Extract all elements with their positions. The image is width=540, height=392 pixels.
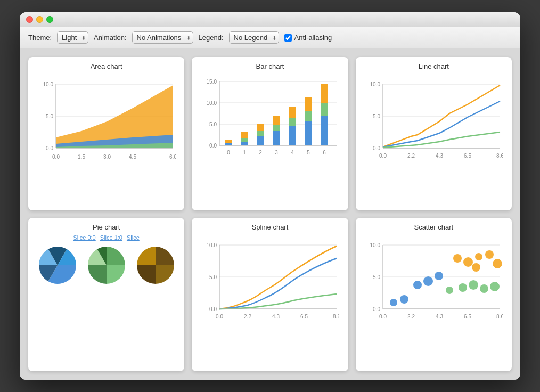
svg-text:4.3: 4.3 [436, 153, 443, 159]
svg-text:5: 5 [307, 150, 310, 156]
svg-text:10.0: 10.0 [43, 81, 53, 87]
bar-chart-svg: 15.0 10.0 5.0 0.0 [201, 74, 339, 180]
svg-text:2: 2 [259, 150, 262, 156]
scatter-chart-card: Scatter chart 10.0 5.0 0.0 0.0 2.2 4.3 6… [356, 218, 512, 371]
pie-3-svg [134, 244, 177, 287]
svg-text:6.5: 6.5 [464, 153, 471, 159]
svg-text:0.0: 0.0 [379, 314, 387, 320]
svg-point-102 [469, 280, 478, 290]
antialiasing-wrapper: Anti-aliasing [284, 34, 332, 42]
svg-point-91 [463, 257, 473, 267]
svg-text:5.0: 5.0 [373, 274, 380, 280]
antialiasing-label: Anti-aliasing [294, 34, 332, 42]
svg-text:3: 3 [275, 150, 278, 156]
svg-point-92 [475, 253, 482, 260]
animation-select[interactable]: No Animations Normal Fast Slow [132, 31, 193, 44]
svg-text:0.0: 0.0 [209, 306, 217, 312]
svg-text:4.5: 4.5 [129, 154, 136, 160]
animation-select-wrapper: No Animations Normal Fast Slow [132, 31, 193, 44]
svg-point-93 [485, 250, 494, 259]
toolbar: Theme: Light Dark Blue Animation: No Ani… [20, 27, 520, 48]
pies-row [36, 244, 177, 287]
svg-rect-25 [225, 143, 232, 145]
svg-text:0.0: 0.0 [46, 145, 53, 151]
svg-text:0.0: 0.0 [209, 143, 217, 149]
titlebar [20, 12, 520, 27]
svg-text:1.5: 1.5 [78, 154, 85, 160]
svg-text:2.2: 2.2 [407, 153, 415, 159]
area-chart-title: Area chart [91, 62, 122, 70]
line-chart-card: Line chart 10.0 5.0 0.0 0.0 2.2 4.3 6.5 … [356, 57, 512, 210]
svg-point-100 [400, 295, 408, 304]
svg-text:8.6: 8.6 [333, 314, 339, 320]
svg-rect-34 [273, 131, 280, 145]
svg-text:6: 6 [323, 150, 326, 156]
svg-text:5.0: 5.0 [46, 113, 53, 119]
line-chart-svg: 10.0 5.0 0.0 0.0 2.2 4.3 6.5 8.6 [364, 74, 503, 180]
svg-text:5.0: 5.0 [209, 274, 217, 280]
svg-text:10.0: 10.0 [207, 242, 217, 248]
pie-2-svg [85, 244, 128, 287]
svg-text:10.0: 10.0 [370, 81, 381, 87]
svg-point-99 [390, 299, 397, 306]
svg-text:1: 1 [243, 150, 246, 156]
pie-labels: Slice 0:0 Slice 1:0 Slice [73, 234, 140, 241]
svg-rect-37 [289, 126, 296, 145]
svg-text:10.0: 10.0 [370, 242, 381, 248]
svg-text:6.5: 6.5 [464, 314, 471, 320]
svg-point-90 [453, 254, 462, 263]
legend-select[interactable]: No Legend Top Bottom [229, 31, 279, 44]
bar-chart-card: Bar chart 15.0 10.0 5.0 0.0 [192, 57, 348, 210]
pie-container: Slice 0:0 Slice 1:0 Slice [34, 234, 179, 366]
svg-point-105 [446, 287, 453, 294]
svg-text:8.6: 8.6 [496, 153, 503, 159]
spline-chart-svg: 10.0 5.0 0.0 0.0 2.2 4.3 6.5 8.6 [201, 234, 339, 341]
antialiasing-checkbox[interactable] [284, 34, 292, 42]
svg-point-103 [480, 284, 488, 293]
pie-label-0[interactable]: Slice 0:0 [73, 234, 96, 241]
svg-point-101 [459, 283, 467, 292]
pie-chart-title: Pie chart [93, 223, 120, 231]
minimize-button[interactable] [36, 16, 43, 23]
spline-chart-card: Spline chart 10.0 5.0 0.0 0.0 2.2 4.3 6.… [192, 218, 348, 371]
svg-text:4.3: 4.3 [436, 314, 443, 320]
svg-point-94 [493, 259, 502, 268]
svg-text:4.3: 4.3 [272, 314, 280, 320]
svg-rect-40 [305, 121, 312, 145]
maximize-button[interactable] [46, 16, 53, 23]
close-button[interactable] [26, 16, 33, 23]
theme-select[interactable]: Light Dark Blue [57, 31, 88, 44]
area-chart-card: Area chart 10.0 5.0 0.0 0.0 1.5 3.0 4.5 … [28, 57, 184, 210]
svg-text:4: 4 [291, 150, 294, 156]
svg-text:0: 0 [227, 150, 230, 156]
traffic-lights [26, 16, 53, 23]
scatter-chart-title: Scatter chart [414, 223, 453, 231]
svg-text:0.0: 0.0 [379, 153, 387, 159]
svg-text:2.2: 2.2 [407, 314, 415, 320]
svg-text:5.0: 5.0 [209, 121, 217, 127]
area-chart-svg: 10.0 5.0 0.0 0.0 1.5 3.0 4.5 6.0 [37, 74, 176, 180]
pie-label-1[interactable]: Slice 1:0 [100, 234, 122, 241]
svg-point-96 [413, 281, 422, 289]
spline-chart-title: Spline chart [252, 223, 289, 231]
svg-text:5.0: 5.0 [373, 113, 380, 119]
svg-text:0.0: 0.0 [373, 145, 380, 151]
svg-point-104 [490, 282, 500, 291]
legend-select-wrapper: No Legend Top Bottom [229, 31, 279, 44]
svg-text:6.5: 6.5 [300, 314, 308, 320]
svg-point-97 [423, 276, 433, 286]
charts-grid: Area chart 10.0 5.0 0.0 0.0 1.5 3.0 4.5 … [20, 48, 520, 380]
svg-text:2.2: 2.2 [244, 314, 251, 320]
scatter-chart-svg: 10.0 5.0 0.0 0.0 2.2 4.3 6.5 8.6 [364, 234, 503, 341]
theme-label: Theme: [28, 34, 52, 42]
app-window: Theme: Light Dark Blue Animation: No Ani… [20, 12, 520, 380]
bar-chart-title: Bar chart [256, 62, 284, 70]
svg-rect-43 [321, 116, 328, 145]
svg-rect-31 [257, 136, 264, 145]
svg-rect-28 [241, 142, 248, 145]
svg-text:0.0: 0.0 [216, 314, 223, 320]
svg-point-95 [472, 263, 480, 272]
theme-select-wrapper: Light Dark Blue [57, 31, 88, 44]
pie-label-2[interactable]: Slice [127, 234, 140, 241]
svg-text:0.0: 0.0 [373, 306, 380, 312]
